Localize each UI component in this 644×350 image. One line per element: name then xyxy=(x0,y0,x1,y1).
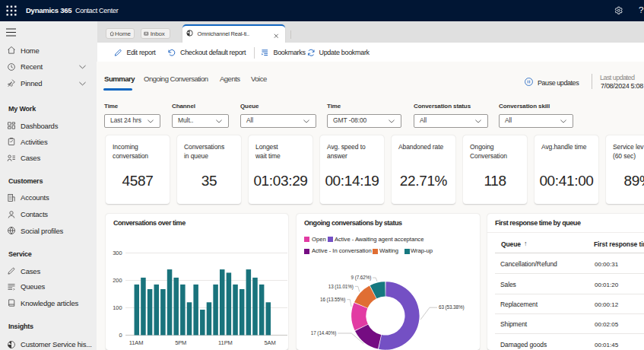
svg-text:5PM: 5PM xyxy=(175,339,186,346)
svg-text:13 (11.01%): 13 (11.01%) xyxy=(328,284,354,290)
svg-text:100: 100 xyxy=(113,304,122,311)
svg-text:9 (7.62%): 9 (7.62%) xyxy=(351,275,372,281)
svg-text:300: 300 xyxy=(113,250,122,256)
svg-text:63 (53.38%): 63 (53.38%) xyxy=(439,304,464,310)
svg-text:16 (13.55%): 16 (13.55%) xyxy=(320,297,345,303)
svg-text:5AM: 5AM xyxy=(265,339,276,346)
svg-text:0: 0 xyxy=(119,332,122,339)
svg-text:11PM: 11PM xyxy=(218,339,233,346)
svg-text:17 (14.40%): 17 (14.40%) xyxy=(311,330,336,336)
svg-text:11AM: 11AM xyxy=(129,339,144,346)
svg-text:200: 200 xyxy=(113,277,122,284)
